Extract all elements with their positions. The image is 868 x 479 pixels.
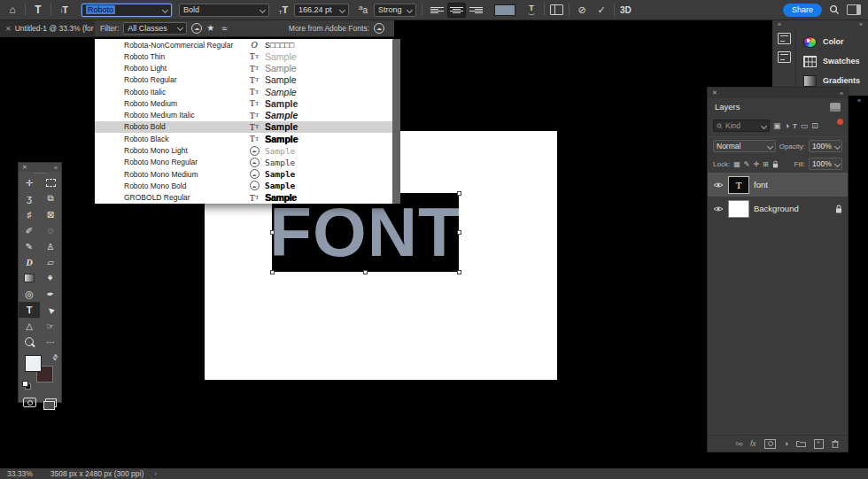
transform-handle[interactable] (457, 191, 461, 196)
fill-select[interactable]: 100% (809, 158, 842, 170)
home-icon[interactable] (5, 2, 19, 18)
eraser-tool[interactable] (40, 254, 61, 270)
close-icon[interactable]: ✕ (712, 89, 717, 97)
brush-tool[interactable] (19, 238, 40, 254)
font-size-select[interactable]: 166.24 pt (294, 4, 349, 17)
font-list-item[interactable]: Roboto Black Sample (95, 133, 392, 144)
blur-tool[interactable] (40, 270, 61, 286)
layer-row-font[interactable]: T font (708, 173, 848, 197)
blend-mode-select[interactable]: Normal (713, 140, 776, 152)
gradient-tool[interactable] (19, 270, 40, 286)
dodge-tool[interactable] (19, 286, 40, 302)
move-tool[interactable] (19, 174, 40, 190)
history-brush-tool[interactable] (19, 254, 40, 270)
font-list-item[interactable]: Roboto Mono Light Sample (95, 144, 392, 156)
filter-adjustment-layers-icon[interactable] (785, 121, 789, 130)
close-icon[interactable] (5, 25, 12, 33)
align-right-button[interactable] (468, 4, 484, 17)
filter-classes-select[interactable]: All Classes (123, 22, 187, 35)
zoom-level[interactable]: 33.33% (7, 469, 33, 478)
similar-fonts-icon[interactable] (221, 23, 227, 34)
font-list-item[interactable]: Robota-NonCommercial Regular S□□□□□ (95, 39, 392, 50)
anti-alias-select[interactable]: Strong (374, 4, 416, 17)
font-list-item[interactable]: Roboto Italic Sample (95, 86, 392, 97)
layer-style-icon[interactable]: fx (750, 439, 756, 448)
font-list-item[interactable]: Roboto Regular Sample (95, 74, 392, 86)
align-center-button[interactable] (447, 3, 466, 18)
path-selection-tool[interactable] (40, 302, 61, 318)
lasso-tool[interactable] (19, 190, 40, 206)
collapse-icon[interactable]: « (857, 97, 861, 104)
filter-smart-objects-icon[interactable] (811, 121, 818, 130)
text-layer-selection[interactable]: FONT (272, 193, 459, 272)
clone-stamp-tool[interactable] (40, 238, 61, 254)
collapse-icon[interactable]: « (840, 90, 843, 97)
adobe-fonts-filter-icon[interactable] (191, 23, 202, 34)
crop-tool[interactable] (19, 206, 40, 222)
properties-panel-icon[interactable] (778, 33, 791, 44)
font-list-item[interactable]: Roboto Mono Regular Sample (95, 157, 392, 168)
favorites-filter-icon[interactable] (206, 23, 214, 33)
hand-tool[interactable] (40, 318, 61, 334)
font-family-select[interactable]: Roboto (81, 4, 172, 17)
font-style-select[interactable]: Bold (179, 4, 269, 17)
swap-colors-icon[interactable] (50, 352, 60, 362)
lock-transparency-icon[interactable] (733, 160, 740, 168)
panel-menu-icon[interactable] (830, 103, 841, 112)
eye-icon[interactable] (713, 205, 724, 212)
swatches-panel-tab[interactable]: Swatches (803, 56, 868, 67)
edit-toolbar-button[interactable] (40, 334, 61, 350)
color-panel-tab[interactable]: Color (803, 36, 868, 48)
shape-tool[interactable] (19, 318, 40, 334)
foreground-color-swatch[interactable] (25, 355, 42, 372)
lock-all-icon[interactable] (772, 160, 779, 168)
filter-pixel-layers-icon[interactable] (773, 121, 781, 130)
toggle-panels-icon[interactable] (550, 4, 563, 15)
eye-icon[interactable] (713, 182, 724, 189)
cancel-icon[interactable] (575, 2, 589, 18)
adjustment-layer-icon[interactable] (784, 439, 788, 448)
font-list-item[interactable]: Roboto Medium Italic Sample (95, 110, 392, 121)
group-layers-icon[interactable] (796, 440, 806, 447)
text-color-swatch[interactable] (494, 4, 515, 16)
search-icon[interactable] (829, 4, 840, 15)
layers-panel-title[interactable]: Layers (715, 102, 740, 112)
quick-mask-icon[interactable] (23, 398, 36, 407)
filter-type-layers-icon[interactable] (793, 121, 797, 130)
text-layer-thumbnail[interactable]: T (729, 177, 748, 193)
transform-handle[interactable] (270, 270, 275, 274)
collapse-icon[interactable]: « (54, 165, 58, 171)
workspace-icon[interactable] (847, 4, 861, 15)
type-tool[interactable] (19, 302, 40, 318)
text-orientation-icon[interactable] (57, 2, 71, 18)
font-list-item[interactable]: GROBOLD Regular Sample (95, 191, 392, 203)
lock-position-icon[interactable] (753, 160, 759, 168)
layer-filter-select[interactable]: Kind (713, 120, 770, 132)
text-tool-icon[interactable] (31, 2, 45, 18)
background-layer-thumbnail[interactable] (729, 201, 748, 217)
libraries-panel-icon[interactable] (778, 51, 791, 63)
opacity-select[interactable]: 100% (809, 140, 842, 152)
align-left-button[interactable] (429, 4, 446, 17)
dropdown-scrollbar[interactable] (392, 39, 400, 204)
layer-filtering-toggle[interactable] (837, 119, 843, 125)
font-list-item[interactable]: Roboto Thin Sample (95, 50, 392, 62)
filter-shape-layers-icon[interactable] (801, 121, 809, 130)
eyedropper-tool[interactable] (19, 222, 40, 238)
font-list-item[interactable]: Roboto Medium Sample (95, 97, 392, 109)
lock-artboard-icon[interactable] (763, 160, 769, 168)
link-layers-icon[interactable] (735, 440, 742, 448)
transform-handle[interactable] (457, 270, 461, 274)
font-list-item[interactable]: Roboto Mono Medium Sample (95, 168, 392, 180)
healing-brush-tool[interactable] (40, 222, 61, 238)
commit-icon[interactable] (594, 2, 608, 18)
font-list-item[interactable]: Roboto Mono Bold Sample (95, 180, 392, 191)
adobe-fonts-icon[interactable] (374, 23, 384, 34)
frame-tool[interactable] (40, 206, 61, 222)
trash-icon[interactable] (832, 440, 839, 448)
new-layer-icon[interactable] (814, 439, 824, 449)
screen-mode-icon[interactable] (45, 398, 57, 407)
layer-row-background[interactable]: Background (708, 197, 848, 220)
marquee-tool[interactable] (40, 174, 61, 190)
lock-pixels-icon[interactable] (744, 160, 750, 168)
